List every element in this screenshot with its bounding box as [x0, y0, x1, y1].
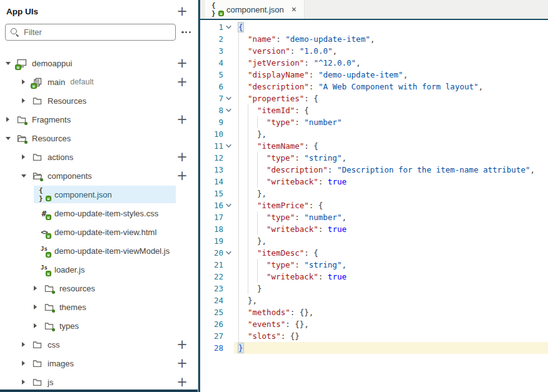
expand-chevron-icon[interactable] — [19, 78, 28, 86]
line-number: 22 — [200, 271, 223, 283]
fold-chevron-icon[interactable] — [223, 247, 234, 259]
tree-item-js[interactable]: js+ — [0, 373, 198, 391]
line-number: 10 — [200, 128, 223, 140]
expand-chevron-icon[interactable] — [4, 59, 12, 68]
tree-item-resources[interactable]: resources — [0, 279, 198, 298]
expand-chevron-icon[interactable] — [19, 359, 28, 368]
tree-item-fragments[interactable]: Fragments+ — [0, 110, 198, 129]
add-button[interactable]: + — [175, 338, 189, 351]
tree-item-types[interactable]: types — [0, 316, 198, 335]
expand-chevron-icon[interactable] — [31, 284, 39, 293]
tree-item-label: demo-update-item-viewModel.js — [54, 246, 170, 256]
tree-item-label: js — [48, 378, 53, 387]
folder-icon — [16, 114, 27, 124]
tree-item-resources[interactable]: Resources — [0, 91, 198, 110]
code-line-22: 22"writeback": true — [200, 271, 548, 283]
expand-chevron-icon[interactable] — [19, 172, 28, 180]
line-number: 8 — [200, 104, 223, 116]
code-line-19: 19}, — [200, 235, 548, 247]
tree-item-actions[interactable]: actions+ — [0, 148, 198, 166]
fold-gutter — [223, 294, 234, 306]
fold-chevron-icon[interactable] — [223, 93, 234, 104]
tree-item-components[interactable]: components+ — [0, 166, 198, 185]
fold-chevron-icon[interactable] — [223, 199, 234, 211]
code-editor[interactable]: 1{2"name": "demo-update-item",3"version"… — [200, 20, 548, 392]
close-tab-icon[interactable]: × — [292, 5, 297, 14]
filter-box[interactable] — [5, 24, 176, 41]
code-line-2: 2"name": "demo-update-item", — [200, 33, 548, 45]
tree-item-label: Resources — [48, 96, 86, 106]
code-line-5: 5"displayName": "demo-update-item", — [200, 69, 548, 81]
fold-gutter — [223, 235, 234, 247]
tree-item-label: Fragments — [32, 115, 71, 124]
fold-gutter — [223, 57, 234, 69]
fold-gutter — [223, 306, 234, 318]
code-line-7: 7"properties": { — [200, 93, 548, 104]
change-dot-icon — [52, 291, 56, 294]
add-button[interactable]: + — [175, 150, 189, 164]
line-number: 5 — [200, 69, 223, 81]
code-line-4: 4"jetVersion": "^12.0.0", — [200, 57, 548, 69]
line-number: 23 — [200, 283, 223, 294]
code-line-28: 28} — [200, 342, 548, 354]
line-number: 25 — [200, 306, 223, 318]
tree-item-label: Resources — [32, 134, 71, 143]
tree-item-resources[interactable]: Resources — [0, 129, 198, 148]
tree-item-demo-update-item-view-html[interactable]: <>udemo-update-item-view.html — [0, 223, 198, 241]
update-badge-icon: u — [46, 233, 52, 239]
code-line-20: 20"itemDesc": { — [200, 247, 548, 259]
line-number: 21 — [200, 259, 223, 271]
line-number: 7 — [200, 93, 223, 104]
tree-item-themes[interactable]: themes — [0, 298, 198, 316]
tab-component-json[interactable]: { }u component.json × — [205, 0, 305, 19]
add-button[interactable]: + — [175, 375, 189, 389]
update-badge-icon: u — [46, 196, 52, 202]
add-button[interactable]: + — [175, 75, 189, 89]
fold-chevron-icon[interactable] — [223, 140, 234, 152]
tree-item-images[interactable]: images+ — [0, 354, 198, 373]
js-file-icon: Jsu — [39, 246, 49, 256]
add-app-ui-button[interactable]: + — [175, 4, 189, 18]
tree-item-main[interactable]: umaindefault+ — [0, 73, 198, 91]
add-button[interactable]: + — [175, 356, 189, 370]
fold-gutter — [223, 271, 234, 283]
add-button[interactable]: + — [175, 113, 189, 126]
editor-tab-bar: { }u component.json × — [200, 0, 548, 20]
js-file-icon: Jsu — [39, 264, 49, 274]
json-file-icon: { }u — [211, 4, 222, 14]
code-line-17: 17"type": "number", — [200, 211, 548, 223]
add-button[interactable]: + — [175, 56, 189, 70]
folder-icon — [32, 377, 43, 387]
expand-chevron-icon[interactable] — [4, 116, 12, 124]
expand-chevron-icon[interactable] — [19, 97, 28, 105]
fold-chevron-icon[interactable] — [223, 104, 234, 116]
expand-chevron-icon[interactable] — [19, 153, 28, 161]
expand-chevron-icon[interactable] — [19, 341, 28, 349]
panel-title: App UIs — [6, 7, 175, 16]
fold-chevron-icon[interactable] — [223, 21, 234, 33]
tree-item-component-json[interactable]: { }ucomponent.json — [0, 185, 198, 204]
tree-item-css[interactable]: css+ — [0, 335, 198, 354]
tree-item-demo-update-item-styles-css[interactable]: #udemo-update-item-styles.css — [0, 204, 198, 223]
tree-item-label: demo-update-item-view.html — [54, 228, 156, 237]
code-line-8: 8"itemId": { — [200, 104, 548, 116]
fold-gutter — [223, 283, 234, 294]
tree-item-label: demoappui — [32, 59, 72, 68]
tree-item-label: images — [48, 359, 74, 368]
tree-item-loader-js[interactable]: Jsuloader.js — [0, 260, 198, 279]
fold-gutter — [223, 223, 234, 235]
filter-input[interactable] — [24, 28, 170, 37]
fold-gutter — [223, 211, 234, 223]
change-dot-icon — [52, 328, 56, 332]
expand-chevron-icon[interactable] — [19, 378, 28, 386]
add-button[interactable]: + — [175, 169, 189, 183]
app-window: App UIs + udemoappui+umaindefault+Resour… — [0, 0, 548, 392]
expand-chevron-icon[interactable] — [31, 322, 39, 330]
expand-chevron-icon[interactable] — [31, 303, 39, 311]
expand-chevron-icon[interactable] — [4, 134, 12, 143]
line-number: 9 — [200, 116, 223, 128]
tree-item-demoappui[interactable]: udemoappui+ — [0, 54, 198, 73]
code-line-24: 24}, — [200, 294, 548, 306]
panel-menu-button[interactable] — [178, 28, 194, 37]
tree-item-demo-update-item-viewmodel-js[interactable]: Jsudemo-update-item-viewModel.js — [0, 241, 198, 260]
